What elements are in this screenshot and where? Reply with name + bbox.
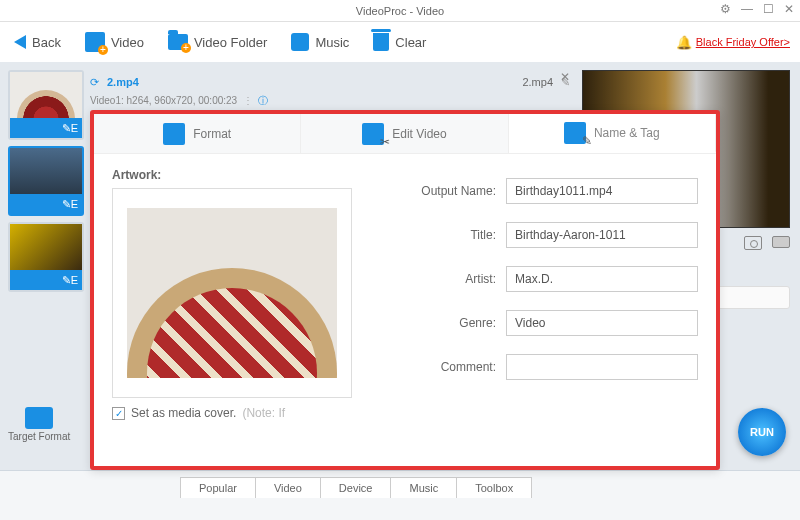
comment-input[interactable]	[506, 354, 698, 380]
artwork-thumbnail	[127, 208, 337, 378]
footer-tab[interactable]: Device	[320, 477, 392, 498]
music-icon	[291, 33, 309, 51]
name-tag-icon	[564, 122, 586, 144]
name-tag-dialog: Format Edit Video Name & Tag Artwork:	[90, 110, 720, 470]
format-icon	[163, 123, 185, 145]
output-name-input[interactable]	[506, 178, 698, 204]
footer-tab[interactable]: Video	[255, 477, 321, 498]
settings-icon[interactable]: ⚙	[720, 2, 731, 16]
artwork-frame[interactable]	[112, 188, 352, 398]
tab-name-tag[interactable]: Name & Tag	[509, 114, 716, 153]
artist-label: Artist:	[376, 272, 496, 286]
refresh-icon[interactable]: ⟳	[90, 76, 99, 89]
tab-edit-video[interactable]: Edit Video	[301, 114, 508, 153]
snapshot-icon[interactable]	[744, 236, 762, 250]
checkbox-icon: ✓	[112, 407, 125, 420]
thumb-item[interactable]: ✎ E	[8, 70, 84, 140]
back-arrow-icon	[14, 35, 26, 49]
offer-link[interactable]: Black Friday Offer>	[696, 36, 790, 48]
artist-input[interactable]	[506, 266, 698, 292]
close-icon[interactable]: ✕	[784, 2, 794, 16]
run-button[interactable]: RUN	[738, 408, 786, 456]
output-name-label: Output Name:	[376, 184, 496, 198]
output-filename: 2.mp4	[522, 76, 553, 88]
content-area: ✎ E ✎ E ✎ E ⟳ 2.mp4 2.mp4 ✎ ✕ Video1: h2…	[0, 62, 800, 470]
source-filename: 2.mp4	[107, 76, 139, 88]
title-bar: VideoProc - Video ⚙ — ☐ ✕	[0, 0, 800, 22]
set-media-cover-checkbox[interactable]: ✓ Set as media cover. (Note: If	[112, 406, 352, 420]
title-input[interactable]	[506, 222, 698, 248]
clear-button[interactable]: Clear	[367, 31, 432, 53]
maximize-icon[interactable]: ☐	[763, 2, 774, 16]
source-meta: Video1: h264, 960x720, 00:00:23 ⋮ ⓘ	[90, 94, 520, 108]
open-folder-icon[interactable]	[772, 236, 790, 248]
trash-icon	[373, 33, 389, 51]
edit-video-icon	[362, 123, 384, 145]
target-format-icon	[25, 407, 53, 429]
back-button[interactable]: Back	[8, 33, 67, 52]
back-label: Back	[32, 35, 61, 50]
promo-offer[interactable]: 🔔 Black Friday Offer>	[676, 35, 790, 50]
thumb-item[interactable]: ✎ E	[8, 146, 84, 216]
add-music-button[interactable]: Music	[285, 31, 355, 53]
title-label: Title:	[376, 228, 496, 242]
add-video-folder-button[interactable]: Video Folder	[162, 32, 273, 52]
dialog-tabs: Format Edit Video Name & Tag	[94, 114, 716, 154]
thumb-item[interactable]: ✎ E	[8, 222, 84, 292]
genre-input[interactable]	[506, 310, 698, 336]
clear-label: Clear	[395, 35, 426, 50]
artwork-label: Artwork:	[112, 168, 352, 182]
footer-tab[interactable]: Toolbox	[456, 477, 532, 498]
footer-tab[interactable]: Popular	[180, 477, 256, 498]
footer-format-tabs: Popular Video Device Music Toolbox	[0, 470, 800, 498]
video-file-icon	[85, 32, 105, 52]
main-toolbar: Back Video Video Folder Music Clear 🔔 Bl…	[0, 22, 800, 62]
cover-note: (Note: If	[242, 406, 285, 420]
tab-format[interactable]: Format	[94, 114, 301, 153]
source-thumb-list: ✎ E ✎ E ✎ E	[8, 70, 84, 292]
folder-icon	[168, 34, 188, 50]
app-title: VideoProc - Video	[356, 5, 444, 17]
video-folder-label: Video Folder	[194, 35, 267, 50]
add-video-button[interactable]: Video	[79, 30, 150, 54]
comment-label: Comment:	[376, 360, 496, 374]
genre-label: Genre:	[376, 316, 496, 330]
target-format-button[interactable]: Target Format	[8, 407, 70, 442]
bell-icon: 🔔	[676, 35, 692, 50]
minimize-icon[interactable]: —	[741, 2, 753, 16]
footer-tab[interactable]: Music	[390, 477, 457, 498]
file-header: ⟳ 2.mp4 2.mp4 ✎ ✕	[90, 70, 570, 94]
close-icon[interactable]: ✕	[560, 70, 570, 84]
video-label: Video	[111, 35, 144, 50]
music-label: Music	[315, 35, 349, 50]
